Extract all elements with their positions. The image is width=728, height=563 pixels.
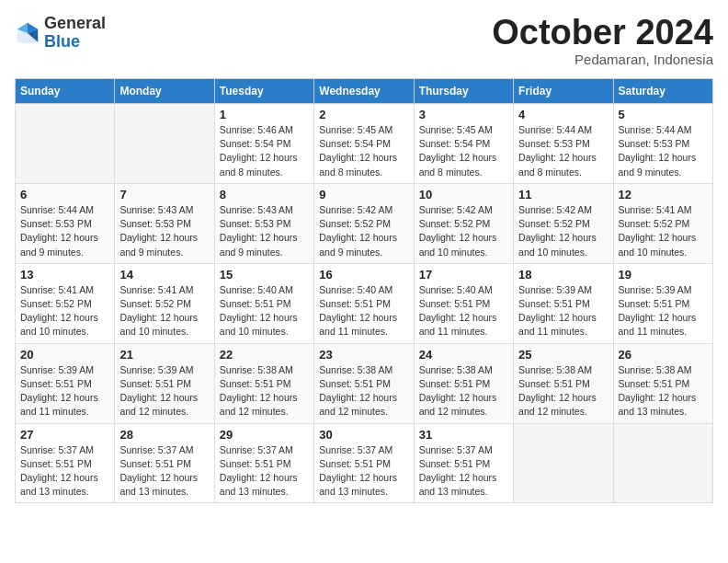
calendar-cell: 4Sunrise: 5:44 AMSunset: 5:53 PMDaylight… [514,104,613,184]
calendar-cell: 9Sunrise: 5:42 AMSunset: 5:52 PMDaylight… [314,183,414,263]
day-number: 6 [20,188,109,201]
day-detail: Sunrise: 5:40 AMSunset: 5:51 PMDaylight:… [220,283,309,339]
month-title: October 2024 [492,15,713,50]
calendar-cell [613,423,712,503]
logo-general-text: General [44,15,106,33]
day-detail: Sunrise: 5:38 AMSunset: 5:51 PMDaylight:… [619,363,708,419]
day-number: 2 [319,108,408,121]
day-detail: Sunrise: 5:41 AMSunset: 5:52 PMDaylight:… [119,283,209,339]
day-number: 7 [119,188,209,201]
day-detail: Sunrise: 5:37 AMSunset: 5:51 PMDaylight:… [119,443,209,500]
calendar-cell: 6Sunrise: 5:44 AMSunset: 5:53 PMDaylight… [16,183,115,263]
day-detail: Sunrise: 5:44 AMSunset: 5:53 PMDaylight:… [20,203,109,259]
calendar-cell: 15Sunrise: 5:40 AMSunset: 5:51 PMDayligh… [214,263,313,343]
day-number: 12 [619,188,708,201]
day-number: 27 [20,428,109,442]
calendar-cell: 2Sunrise: 5:45 AMSunset: 5:54 PMDaylight… [314,104,414,184]
calendar-cell: 11Sunrise: 5:42 AMSunset: 5:52 PMDayligh… [514,183,613,263]
day-number: 14 [119,268,209,282]
calendar-week-2: 6Sunrise: 5:44 AMSunset: 5:53 PMDaylight… [16,183,713,263]
calendar-cell: 17Sunrise: 5:40 AMSunset: 5:51 PMDayligh… [414,263,513,343]
day-detail: Sunrise: 5:38 AMSunset: 5:51 PMDaylight:… [419,363,508,419]
day-detail: Sunrise: 5:41 AMSunset: 5:52 PMDaylight:… [20,283,109,339]
calendar-cell: 22Sunrise: 5:38 AMSunset: 5:51 PMDayligh… [214,343,313,423]
day-detail: Sunrise: 5:44 AMSunset: 5:53 PMDaylight:… [619,123,708,179]
calendar-cell [115,104,214,184]
title-section: October 2024 Pedamaran, Indonesia [492,15,713,67]
page-header: General Blue October 2024 Pedamaran, Ind… [15,15,713,67]
day-detail: Sunrise: 5:39 AMSunset: 5:51 PMDaylight:… [20,363,109,419]
calendar-week-4: 20Sunrise: 5:39 AMSunset: 5:51 PMDayligh… [16,343,713,423]
day-number: 18 [518,268,608,282]
calendar-cell: 20Sunrise: 5:39 AMSunset: 5:51 PMDayligh… [16,343,115,423]
calendar-cell [16,104,115,184]
day-detail: Sunrise: 5:39 AMSunset: 5:51 PMDaylight:… [619,283,708,339]
day-detail: Sunrise: 5:41 AMSunset: 5:52 PMDaylight:… [619,203,708,259]
day-detail: Sunrise: 5:40 AMSunset: 5:51 PMDaylight:… [419,283,508,339]
calendar-table: SundayMondayTuesdayWednesdayThursdayFrid… [15,78,713,503]
logo-blue-text: Blue [44,33,106,52]
day-detail: Sunrise: 5:39 AMSunset: 5:51 PMDaylight:… [518,283,608,339]
location-subtitle: Pedamaran, Indonesia [492,52,713,67]
calendar-cell: 21Sunrise: 5:39 AMSunset: 5:51 PMDayligh… [115,343,214,423]
weekday-header-wednesday: Wednesday [314,79,414,104]
weekday-header-monday: Monday [115,79,214,104]
day-number: 20 [20,348,109,362]
day-detail: Sunrise: 5:37 AMSunset: 5:51 PMDaylight:… [220,443,309,500]
day-number: 5 [619,108,708,121]
day-number: 9 [319,188,408,201]
calendar-cell: 19Sunrise: 5:39 AMSunset: 5:51 PMDayligh… [613,263,712,343]
weekday-header-sunday: Sunday [16,79,115,104]
day-detail: Sunrise: 5:43 AMSunset: 5:53 PMDaylight:… [220,203,309,259]
calendar-cell: 8Sunrise: 5:43 AMSunset: 5:53 PMDaylight… [214,183,313,263]
calendar-cell: 7Sunrise: 5:43 AMSunset: 5:53 PMDaylight… [115,183,214,263]
day-detail: Sunrise: 5:37 AMSunset: 5:51 PMDaylight:… [20,443,109,500]
day-detail: Sunrise: 5:37 AMSunset: 5:51 PMDaylight:… [419,443,508,500]
weekday-header-thursday: Thursday [414,79,513,104]
calendar-cell: 12Sunrise: 5:41 AMSunset: 5:52 PMDayligh… [613,183,712,263]
calendar-cell: 10Sunrise: 5:42 AMSunset: 5:52 PMDayligh… [414,183,513,263]
calendar-cell: 18Sunrise: 5:39 AMSunset: 5:51 PMDayligh… [514,263,613,343]
day-number: 30 [319,428,408,442]
day-number: 15 [220,268,309,282]
day-detail: Sunrise: 5:43 AMSunset: 5:53 PMDaylight:… [119,203,209,259]
calendar-cell: 5Sunrise: 5:44 AMSunset: 5:53 PMDaylight… [613,104,712,184]
calendar-cell: 29Sunrise: 5:37 AMSunset: 5:51 PMDayligh… [214,423,313,503]
calendar-cell: 31Sunrise: 5:37 AMSunset: 5:51 PMDayligh… [414,423,513,503]
day-detail: Sunrise: 5:38 AMSunset: 5:51 PMDaylight:… [319,363,408,419]
calendar-cell: 13Sunrise: 5:41 AMSunset: 5:52 PMDayligh… [16,263,115,343]
day-detail: Sunrise: 5:42 AMSunset: 5:52 PMDaylight:… [319,203,408,259]
weekday-header-tuesday: Tuesday [214,79,313,104]
day-number: 24 [419,348,508,362]
calendar-header-row: SundayMondayTuesdayWednesdayThursdayFrid… [16,79,713,104]
day-detail: Sunrise: 5:44 AMSunset: 5:53 PMDaylight:… [518,123,608,179]
calendar-week-3: 13Sunrise: 5:41 AMSunset: 5:52 PMDayligh… [16,263,713,343]
logo-icon [15,20,40,46]
calendar-week-5: 27Sunrise: 5:37 AMSunset: 5:51 PMDayligh… [16,423,713,503]
day-number: 22 [220,348,309,362]
day-detail: Sunrise: 5:46 AMSunset: 5:54 PMDaylight:… [220,123,309,179]
calendar-cell: 27Sunrise: 5:37 AMSunset: 5:51 PMDayligh… [16,423,115,503]
day-number: 19 [619,268,708,282]
day-number: 1 [220,108,309,121]
day-number: 16 [319,268,408,282]
day-detail: Sunrise: 5:37 AMSunset: 5:51 PMDaylight:… [319,443,408,500]
calendar-cell [514,423,613,503]
weekday-header-saturday: Saturday [613,79,712,104]
day-detail: Sunrise: 5:45 AMSunset: 5:54 PMDaylight:… [319,123,408,179]
day-number: 31 [419,428,508,442]
calendar-cell: 25Sunrise: 5:38 AMSunset: 5:51 PMDayligh… [514,343,613,423]
calendar-cell: 28Sunrise: 5:37 AMSunset: 5:51 PMDayligh… [115,423,214,503]
calendar-cell: 23Sunrise: 5:38 AMSunset: 5:51 PMDayligh… [314,343,414,423]
day-number: 17 [419,268,508,282]
day-number: 23 [319,348,408,362]
day-detail: Sunrise: 5:39 AMSunset: 5:51 PMDaylight:… [119,363,209,419]
logo: General Blue [15,15,106,52]
day-number: 13 [20,268,109,282]
calendar-cell: 3Sunrise: 5:45 AMSunset: 5:54 PMDaylight… [414,104,513,184]
day-number: 8 [220,188,309,201]
day-detail: Sunrise: 5:40 AMSunset: 5:51 PMDaylight:… [319,283,408,339]
calendar-cell: 24Sunrise: 5:38 AMSunset: 5:51 PMDayligh… [414,343,513,423]
day-number: 26 [619,348,708,362]
calendar-week-1: 1Sunrise: 5:46 AMSunset: 5:54 PMDaylight… [16,104,713,184]
